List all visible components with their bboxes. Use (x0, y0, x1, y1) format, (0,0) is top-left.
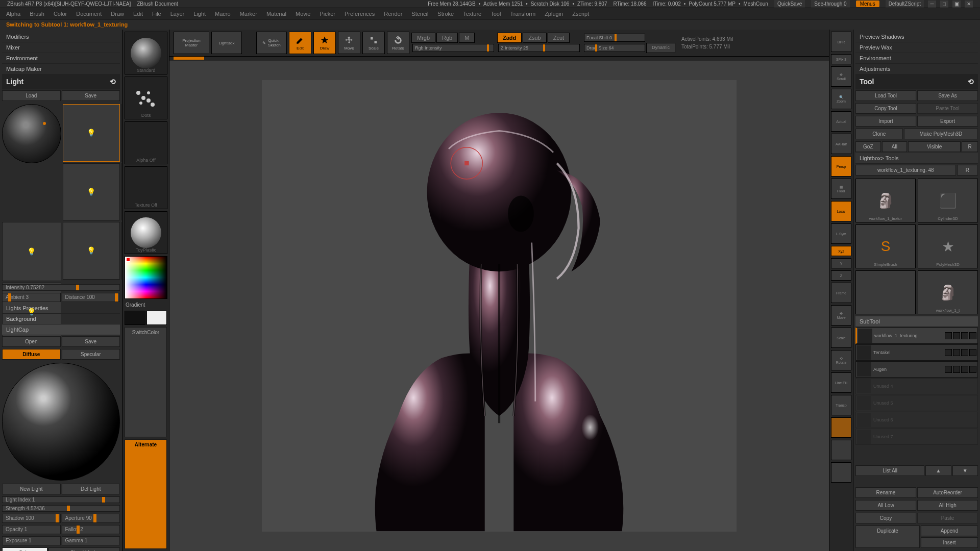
list-all-button[interactable]: List All (855, 465, 924, 476)
tool-header[interactable]: Tool ⟲ (855, 74, 978, 89)
color-swatch[interactable]: Color (2, 547, 47, 552)
material-thumb[interactable]: ToyPlastic (125, 211, 167, 254)
focal-shift-slider[interactable]: Focal Shift 0 (584, 34, 645, 42)
rotate-button[interactable]: Rotate (387, 32, 409, 54)
quicksave-btn[interactable]: QuickSave (774, 0, 805, 8)
nav-move-button[interactable]: ✥Move (831, 305, 851, 325)
m-button[interactable]: M (459, 33, 475, 43)
menus-btn[interactable]: Menus (856, 1, 879, 7)
menu-light[interactable]: Light (193, 11, 206, 17)
zsub-button[interactable]: Zsub (523, 33, 546, 43)
frame-button[interactable]: Frame (831, 283, 851, 303)
solo-button[interactable] (831, 440, 851, 460)
menu-picker[interactable]: Picker (320, 11, 335, 17)
menu-layer[interactable]: Layer (170, 11, 185, 17)
duplicate-button[interactable]: Duplicate (855, 525, 920, 548)
menu-marker[interactable]: Marker (240, 11, 257, 17)
menu-preferences[interactable]: Preferences (345, 11, 375, 17)
stroke-thumb-dots[interactable]: Dots (125, 77, 167, 119)
load-tool-button[interactable]: Load Tool (855, 90, 916, 101)
paste-button[interactable]: Paste (917, 513, 978, 523)
tool-r-button[interactable]: R (957, 165, 978, 176)
menu-transform[interactable]: Transform (510, 11, 535, 17)
move-up-icon[interactable]: ▲ (925, 465, 951, 476)
projection-master-button[interactable]: Projection Master (174, 32, 209, 54)
preview-wax[interactable]: Preview Wax (855, 42, 978, 53)
tool-thumb-1[interactable]: ⬛Cylinder3D (918, 179, 978, 222)
light-header[interactable]: Light ⟲ (2, 74, 120, 89)
distance-slider[interactable]: Distance 100 (62, 293, 120, 302)
menu-color[interactable]: Color (54, 11, 67, 17)
goz-visible-button[interactable]: Visible (908, 141, 961, 152)
save-lightcap-button[interactable]: Save (62, 336, 120, 347)
y-button[interactable]: Y (831, 258, 851, 268)
dynamic-button[interactable]: Dynamic (646, 43, 675, 53)
save-button[interactable]: Save (62, 90, 120, 101)
aahalf-button[interactable]: AAHalf (831, 134, 851, 154)
default-script[interactable]: DefaultZScript (886, 0, 924, 8)
goz-all-button[interactable]: All (882, 141, 908, 152)
del-light-button[interactable]: Del Light (62, 484, 120, 494)
copy-tool-button[interactable]: Copy Tool (855, 103, 916, 114)
tool-thumb-3[interactable]: ★PolyMesh3D (918, 224, 978, 268)
menu-zscript[interactable]: Zscript (572, 11, 589, 17)
all-low-button[interactable]: All Low (855, 500, 916, 511)
zcut-button[interactable]: Zcut (548, 33, 570, 43)
menu-file[interactable]: File (152, 11, 161, 17)
gamma-slider[interactable]: Gamma 1 (62, 536, 120, 545)
blend-mode-button[interactable]: Blend Mode (48, 547, 120, 552)
alpha-thumb[interactable]: Alpha Off (125, 121, 167, 164)
quicksketch-button[interactable]: ✎Quick Sketch (256, 32, 287, 54)
light-3-icon[interactable]: 💡 (63, 163, 120, 221)
goz-r-button[interactable]: R (962, 141, 978, 152)
environment-item[interactable]: Environment (2, 53, 120, 64)
all-high-button[interactable]: All High (917, 500, 978, 511)
insert-button[interactable]: Insert (921, 537, 978, 548)
goz-button[interactable]: GoZ (855, 141, 881, 152)
light-5-icon[interactable]: 💡 (2, 222, 61, 281)
light-index-slider[interactable]: Light Index 1 (2, 496, 120, 503)
new-light-button[interactable]: New Light (2, 484, 61, 494)
rgb-button[interactable]: Rgb (436, 33, 458, 43)
shadow-slider[interactable]: Shadow 100 (2, 514, 61, 523)
menu-alpha[interactable]: Alpha (6, 11, 20, 17)
specular-button[interactable]: Specular (62, 349, 120, 360)
subtool-row-0[interactable]: workflow_1_texturing (855, 328, 978, 344)
light-direction-sphere[interactable] (2, 104, 61, 163)
mixer-item[interactable]: Mixer (2, 42, 120, 53)
adjustments[interactable]: Adjustments (855, 64, 978, 74)
background-item[interactable]: Background (2, 314, 120, 324)
transp-button[interactable]: Transp (831, 395, 851, 415)
menu-brush[interactable]: Brush (30, 11, 44, 17)
tool-thumb-4[interactable] (855, 270, 916, 314)
lsym-button[interactable]: L.Sym (831, 223, 851, 244)
viewport[interactable] (169, 61, 829, 551)
light-6-icon[interactable]: 💡 (63, 222, 120, 280)
menu-macro[interactable]: Macro (215, 11, 231, 17)
lightcap-item[interactable]: LightCap (2, 324, 120, 335)
modifiers-item[interactable]: Modifiers (2, 32, 120, 42)
tool-thumb-0[interactable]: 🗿workflow_1_textur (855, 179, 916, 222)
intensity-slider[interactable]: Intensity 0.75282 (2, 284, 120, 291)
clone-button[interactable]: Clone (855, 129, 903, 139)
menu-zplugin[interactable]: Zplugin (545, 11, 563, 17)
scale-button[interactable]: Scale (362, 32, 385, 54)
menu-material[interactable]: Material (266, 11, 286, 17)
light-1-icon[interactable]: 💡 (63, 104, 120, 162)
subtool-row-1[interactable]: Tentakel (855, 344, 978, 361)
gradient-swatch-1[interactable] (125, 311, 145, 325)
lights-properties[interactable]: Lights Properties (2, 303, 120, 314)
falloff-slider[interactable]: Falloff 2 (62, 525, 120, 534)
copy-button[interactable]: Copy (855, 513, 916, 523)
menu-render[interactable]: Render (384, 11, 402, 17)
menu-document[interactable]: Document (76, 11, 102, 17)
minimize-icon[interactable]: ─ (928, 1, 936, 8)
diffuse-button[interactable]: Diffuse (2, 349, 61, 360)
nav-scale-button[interactable]: Scale (831, 328, 851, 348)
append-button[interactable]: Append (921, 525, 978, 536)
menu-draw[interactable]: Draw (111, 11, 124, 17)
maximize-icon[interactable]: □ (940, 1, 948, 8)
see-through[interactable]: See-through 0 (811, 0, 849, 8)
zoom-button[interactable]: 🔍Zoom (831, 89, 851, 109)
restore-icon[interactable]: ▣ (952, 1, 961, 8)
